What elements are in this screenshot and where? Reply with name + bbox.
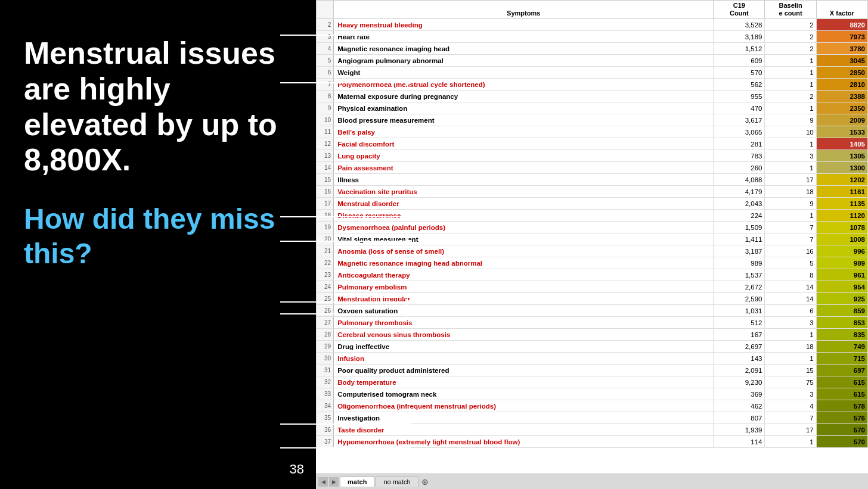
table-row: 33Computerised tomogram neck3693615 [317, 388, 868, 400]
row-number: 20 [317, 233, 334, 245]
table-row: 30Infusion1431715 [317, 353, 868, 365]
baseline-count: 14 [765, 281, 816, 293]
x-factor: 835 [816, 329, 867, 341]
table-row: 9Physical examination47012350 [317, 102, 868, 114]
c19-count: 2,091 [714, 365, 765, 376]
tab-match[interactable]: match [340, 476, 374, 487]
table-row: 28Cerebral venous sinus thrombosis167183… [317, 329, 868, 341]
baseline-count: 1 [765, 79, 816, 91]
c19-count: 512 [714, 317, 765, 329]
row-number: 28 [317, 329, 334, 341]
row-number: 25 [317, 293, 334, 305]
baseline-count: 75 [765, 376, 816, 388]
row-number: 8 [317, 91, 334, 102]
table-row: 21Anosmia (loss of sense of smell)3,1871… [317, 245, 868, 257]
x-factor: 954 [816, 281, 867, 293]
tab-next-button[interactable]: ▶ [329, 477, 339, 487]
table-row: 22Magnetic resonance imaging head abnorm… [317, 257, 868, 269]
symptom-name: Vital signs measurement [334, 233, 714, 245]
c19-count: 3,617 [714, 114, 765, 126]
baseline-count: 3 [765, 388, 816, 400]
table-row: 2Heavy menstrual bleeding3,52828820 [317, 19, 868, 31]
baseline-count: 3 [765, 317, 816, 329]
x-factor: 1120 [816, 210, 867, 222]
row-number: 21 [317, 245, 334, 257]
symptom-name: Taste disorder [334, 424, 714, 436]
table-row: 5Angiogram pulmonary abnormal60913045 [317, 55, 868, 67]
x-factor: 961 [816, 269, 867, 281]
row-number: 31 [317, 365, 334, 376]
symptom-name: Weight [334, 67, 714, 79]
symptom-name: Blood pressure measurement [334, 114, 714, 126]
c19-count: 4,088 [714, 174, 765, 186]
sub-heading: How did they miss this? [24, 202, 292, 270]
symptom-name: Polymenorrhoea (menstrual cycle shortene… [334, 79, 714, 91]
baseline-count: 15 [765, 365, 816, 376]
x-factor: 2850 [816, 67, 867, 79]
baseline-count: 17 [765, 174, 816, 186]
table-row: 26Oxygen saturation1,0316859 [317, 305, 868, 317]
baseline-count: 9 [765, 114, 816, 126]
tab-add-button[interactable]: ⊕ [420, 476, 430, 487]
baseline-count: 7 [765, 412, 816, 424]
row-number: 14 [317, 162, 334, 174]
baseline-count: 7 [765, 222, 816, 233]
baseline-count: 1 [765, 436, 816, 448]
x-factor: 3780 [816, 43, 867, 55]
table-row: 37Hypomenorrhoea (extremely light menstr… [317, 436, 868, 448]
spreadsheet-panel: Symptoms C19Count Baseline count X facto… [316, 0, 868, 489]
symptom-name: Physical examination [334, 102, 714, 114]
row-number: 19 [317, 222, 334, 233]
c19-count: 1,411 [714, 233, 765, 245]
x-factor: 715 [816, 353, 867, 365]
c19-count: 260 [714, 162, 765, 174]
symptom-name: Disease recurrence [334, 210, 714, 222]
x-factor: 8820 [816, 19, 867, 31]
baseline-count: 9 [765, 198, 816, 210]
c19-count: 783 [714, 150, 765, 162]
c19-count: 1,031 [714, 305, 765, 317]
row-number: 16 [317, 186, 334, 198]
tab-no-match[interactable]: no match [376, 476, 418, 487]
c19-count: 470 [714, 102, 765, 114]
symptom-name: Drug ineffective [334, 341, 714, 353]
row-number: 13 [317, 150, 334, 162]
baseline-count: 2 [765, 91, 816, 102]
row-number: 32 [317, 376, 334, 388]
c19-count: 1,512 [714, 43, 765, 55]
x-factor: 859 [816, 305, 867, 317]
table-row: 32Body temperature9,23075615 [317, 376, 868, 388]
c19-count: 369 [714, 388, 765, 400]
c19-count: 3,065 [714, 126, 765, 138]
c19-count: 9,230 [714, 376, 765, 388]
c19-count: 3,187 [714, 245, 765, 257]
baseline-count: 1 [765, 102, 816, 114]
x-factor: 1078 [816, 222, 867, 233]
baseline-count: 17 [765, 424, 816, 436]
col-header-baseline: Baseline count [765, 1, 816, 19]
c19-count: 224 [714, 210, 765, 222]
c19-count: 462 [714, 400, 765, 412]
data-table: Symptoms C19Count Baseline count X facto… [316, 0, 868, 448]
baseline-count: 10 [765, 126, 816, 138]
row-number: 33 [317, 388, 334, 400]
table-wrapper: Symptoms C19Count Baseline count X facto… [316, 0, 868, 474]
table-row: 15Illness4,088171202 [317, 174, 868, 186]
x-factor: 1202 [816, 174, 867, 186]
table-row: 27Pulmonary thrombosis5123853 [317, 317, 868, 329]
tab-prev-button[interactable]: ◀ [318, 477, 328, 487]
x-factor: 697 [816, 365, 867, 376]
symptom-name: Menstrual disorder [334, 198, 714, 210]
c19-count: 167 [714, 329, 765, 341]
baseline-count: 7 [765, 233, 816, 245]
symptom-name: Investigation [334, 412, 714, 424]
col-header-xfactor: X factor [816, 1, 867, 19]
x-factor: 2009 [816, 114, 867, 126]
main-heading: Menstrual issues are highly elevated by … [24, 36, 292, 178]
bottom-bar: ◀ ▶ match no match ⊕ [316, 474, 868, 489]
table-row: 36Taste disorder1,93917570 [317, 424, 868, 436]
c19-count: 3,528 [714, 19, 765, 31]
x-factor: 2810 [816, 79, 867, 91]
table-row: 35Investigation8077576 [317, 412, 868, 424]
x-factor: 1533 [816, 126, 867, 138]
